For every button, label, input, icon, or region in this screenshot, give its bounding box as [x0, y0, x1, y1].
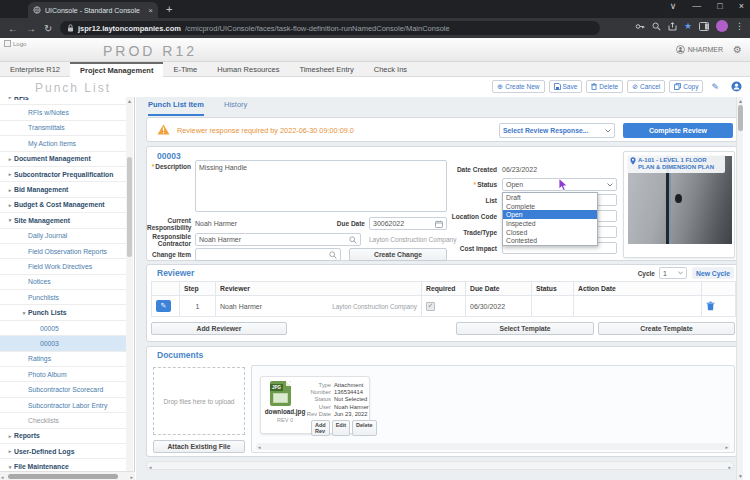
menu-timesheet-entry[interactable]: Timesheet Entry: [289, 62, 363, 77]
calendar-icon[interactable]: [435, 220, 443, 228]
create-new-button[interactable]: ⊕ Create New: [492, 80, 544, 93]
sidebar-item-my-action-items[interactable]: My Action Items: [0, 136, 127, 151]
review-response-select[interactable]: Select Review Response...: [499, 123, 615, 138]
scroll-left-icon[interactable]: ◂: [1, 474, 4, 480]
sidebar-item-document-management[interactable]: ▸Document Management: [0, 152, 127, 167]
responsible-contractor-field[interactable]: Noah Harmer: [195, 233, 361, 246]
window-close-icon[interactable]: ×: [739, 1, 744, 11]
change-item-field[interactable]: [195, 248, 341, 261]
sidebar-item-budget-cost-management[interactable]: ▸Budget & Cost Management: [0, 198, 127, 213]
window-menu-icon[interactable]: ∨: [670, 1, 677, 11]
cycle-select[interactable]: 1: [659, 267, 687, 279]
delete-reviewer-icon[interactable]: [706, 301, 731, 311]
edit-reviewer-button[interactable]: ✎: [156, 300, 171, 312]
scroll-up-icon[interactable]: ▲: [738, 98, 743, 104]
sidebar-item-rfis-wnotes[interactable]: RFIs w/Notes: [0, 105, 127, 120]
edit-file-button[interactable]: Edit: [332, 420, 350, 436]
scrollbar-thumb[interactable]: [8, 474, 118, 479]
status-option-open[interactable]: Open: [503, 210, 597, 219]
new-tab-button[interactable]: +: [166, 3, 172, 16]
sidebar-vertical-scrollbar[interactable]: ▲: [126, 97, 133, 471]
sidebar-item-transmittals[interactable]: Transmittals: [0, 121, 127, 136]
sidebar-item-notices[interactable]: Notices: [0, 275, 127, 290]
tab-punch-list-item[interactable]: Punch List Item: [148, 100, 204, 116]
sidebar-item-00003[interactable]: 00003: [0, 336, 127, 351]
delete-button[interactable]: Delete: [586, 80, 623, 93]
file-card[interactable]: JPG download.jpg REV 0 TypeAttachment Nu…: [260, 376, 370, 434]
sidebar-item-subcontractor-labor-entry[interactable]: Subcontractor Labor Entry: [0, 398, 127, 413]
file-dropzone[interactable]: Drop files here to upload: [153, 367, 245, 435]
menu-human-resources[interactable]: Human Resources: [207, 62, 289, 77]
sidebar-item-reports[interactable]: ▸Reports: [0, 429, 127, 444]
required-checkbox[interactable]: ✓: [426, 302, 435, 311]
description-field[interactable]: Missing Handle: [195, 160, 447, 212]
refresh-icon[interactable]: ↻: [44, 23, 52, 34]
scroll-left-icon[interactable]: ◂: [149, 464, 152, 470]
new-cycle-button[interactable]: New Cycle: [692, 267, 734, 279]
menu-enterprise-r12[interactable]: Enterprise R12: [0, 62, 70, 77]
url-bar[interactable]: jspr12.laytoncompanies.com /cmicprod/UIC…: [60, 21, 600, 35]
sidebar-item-user-defined-logs[interactable]: ▸User-Defined Logs: [0, 444, 127, 459]
account-button[interactable]: [727, 80, 746, 93]
menu-e-time[interactable]: E-Time: [163, 62, 207, 77]
select-template-button[interactable]: Select Template: [456, 322, 594, 335]
sidebar-horizontal-scrollbar[interactable]: ◂ ▸: [0, 471, 135, 480]
main-vertical-scrollbar[interactable]: ▲ ▼: [736, 97, 743, 480]
forward-icon[interactable]: →: [26, 23, 36, 34]
sidebar-item-site-management[interactable]: ▾Site Management: [0, 213, 127, 228]
window-minimize-icon[interactable]: —: [692, 1, 701, 11]
scroll-down-icon[interactable]: ▼: [738, 473, 743, 479]
scroll-right-icon[interactable]: ▸: [728, 464, 731, 470]
user-menu[interactable]: NHARMER: [676, 45, 723, 54]
scrollbar-thumb[interactable]: [738, 105, 743, 131]
status-option-contested[interactable]: Contested: [503, 236, 597, 245]
documents-horizontal-scrollbar[interactable]: ◂ ▸: [256, 443, 730, 450]
menu-check-ins[interactable]: Check Ins: [364, 62, 417, 77]
status-option-complete[interactable]: Complete: [503, 202, 597, 211]
tab-history[interactable]: History: [224, 100, 247, 109]
add-rev-button[interactable]: Add Rev: [311, 420, 330, 436]
status-option-inspected[interactable]: Inspected: [503, 219, 597, 228]
key-icon[interactable]: [635, 22, 645, 31]
browser-tab[interactable]: UIConsole - Standard Console ×: [28, 2, 158, 18]
status-option-draft[interactable]: Draft: [503, 193, 597, 202]
sidebar-item-punch-lists[interactable]: ▾Punch Lists: [0, 305, 127, 320]
sidebar-item-ratings[interactable]: Ratings: [0, 352, 127, 367]
share-icon[interactable]: [668, 22, 677, 31]
tab-close-icon[interactable]: ×: [148, 6, 153, 15]
sidebar-item-bid-management[interactable]: ▸Bid Management: [0, 182, 127, 197]
sidebar-item-daily-journal[interactable]: Daily Journal: [0, 229, 127, 244]
sidebar-item-photo-album[interactable]: Photo Album: [0, 367, 127, 382]
cancel-button[interactable]: ⊘ Cancel: [627, 80, 665, 93]
sidebar-item-field-observation-reports[interactable]: Field Observation Reports: [0, 244, 127, 259]
sidebar-item-checklists[interactable]: Checklists: [0, 413, 127, 428]
bookmark-star-icon[interactable]: ★: [684, 21, 692, 31]
sidebar-item-field-work-directives[interactable]: Field Work Directives: [0, 259, 127, 274]
create-template-button[interactable]: Create Template: [598, 322, 735, 335]
menu-project-management[interactable]: Project Management: [70, 62, 163, 77]
add-reviewer-button[interactable]: Add Reviewer: [151, 322, 287, 335]
search-icon[interactable]: [349, 236, 357, 244]
profile-avatar[interactable]: [716, 20, 728, 32]
save-button[interactable]: Save: [549, 80, 583, 93]
back-icon[interactable]: ←: [8, 23, 18, 34]
scroll-left-icon[interactable]: ◂: [258, 444, 261, 450]
complete-review-button[interactable]: Complete Review: [623, 123, 733, 138]
search-icon[interactable]: [329, 251, 337, 259]
scroll-right-icon[interactable]: ▸: [130, 474, 133, 480]
status-option-closed[interactable]: Closed: [503, 228, 597, 237]
copy-button[interactable]: Copy: [669, 80, 703, 93]
edit-mode-button[interactable]: ✎: [707, 80, 723, 93]
sidebar-item-punchlists[interactable]: Punchlists: [0, 290, 127, 305]
delete-file-button[interactable]: Delete: [352, 420, 377, 436]
browser-menu-icon[interactable]: ⋮: [735, 21, 744, 31]
scroll-up-icon[interactable]: ▲: [127, 98, 132, 104]
side-panel-icon[interactable]: [699, 22, 709, 31]
attach-existing-file-button[interactable]: Attach Existing File: [153, 440, 245, 453]
sidebar-item-00005[interactable]: 00005: [0, 321, 127, 336]
sidebar-item-rfis[interactable]: ▸RFIs: [0, 97, 127, 105]
window-maximize-icon[interactable]: □: [717, 1, 722, 11]
scrollbar-thumb[interactable]: [127, 157, 132, 257]
scroll-right-icon[interactable]: ▸: [725, 444, 728, 450]
attachment-photo-card[interactable]: A-101 - LEVEL 1 FLOOR PLAN & DIMENSION P…: [623, 151, 735, 258]
